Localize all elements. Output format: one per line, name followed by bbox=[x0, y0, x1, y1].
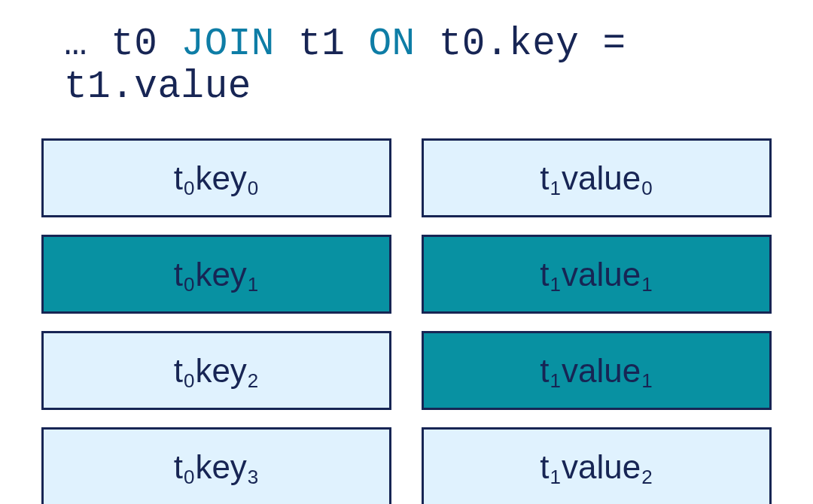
left-cell: t0key3 bbox=[41, 427, 391, 504]
heading-t0: t0 bbox=[111, 23, 157, 65]
cell-prefix-sub: 1 bbox=[550, 369, 562, 393]
cell-prefix: t bbox=[174, 352, 183, 390]
cell-prefix-sub: 1 bbox=[550, 466, 562, 489]
cell-name-sub: 1 bbox=[247, 273, 259, 296]
cell-name-sub: 2 bbox=[641, 466, 653, 489]
cell-name: key bbox=[195, 352, 246, 390]
cell-prefix-sub: 0 bbox=[183, 466, 195, 489]
cell-name: key bbox=[195, 256, 246, 293]
cell-prefix: t bbox=[540, 352, 549, 390]
cell-prefix: t bbox=[174, 159, 183, 197]
cell-prefix: t bbox=[174, 448, 183, 486]
cell-name-sub: 0 bbox=[247, 177, 259, 200]
heading-rhs: t1.value bbox=[64, 65, 251, 108]
heading-t1: t1 bbox=[298, 23, 345, 65]
sql-heading: … t0 JOIN t1 ON t0.key = t1.value bbox=[41, 23, 772, 108]
left-cell: t0key0 bbox=[41, 138, 391, 217]
cell-prefix: t bbox=[540, 448, 549, 486]
cell-prefix-sub: 0 bbox=[183, 369, 195, 393]
cell-prefix: t bbox=[540, 159, 549, 197]
right-cell: t1value1 bbox=[422, 235, 772, 314]
left-cell: t0key1 bbox=[41, 235, 391, 314]
cell-name: key bbox=[195, 448, 246, 486]
cell-name-sub: 2 bbox=[247, 369, 259, 393]
right-cell: t1value2 bbox=[422, 427, 772, 504]
right-cell: t1value1 bbox=[422, 331, 772, 410]
cell-name: value bbox=[562, 448, 641, 486]
heading-on-keyword: ON bbox=[368, 23, 415, 65]
cell-name: value bbox=[562, 256, 641, 293]
heading-eq: = bbox=[602, 23, 626, 65]
cell-name: key bbox=[195, 159, 246, 197]
right-cell: t1value0 bbox=[422, 138, 772, 217]
cell-name: value bbox=[562, 352, 641, 390]
left-cell: t0key2 bbox=[41, 331, 391, 410]
cell-prefix-sub: 1 bbox=[550, 177, 562, 200]
cell-name-sub: 3 bbox=[247, 466, 259, 489]
cell-name-sub: 0 bbox=[641, 177, 653, 200]
cell-prefix: t bbox=[540, 256, 549, 293]
diagram-grid: t0key0t1value0t0key1t1value1t0key2t1valu… bbox=[41, 138, 772, 504]
cell-prefix: t bbox=[174, 256, 183, 293]
cell-name: value bbox=[562, 159, 641, 197]
heading-lhs: t0.key bbox=[439, 23, 580, 65]
cell-prefix-sub: 0 bbox=[183, 273, 195, 296]
heading-join-keyword: JOIN bbox=[181, 23, 275, 65]
cell-prefix-sub: 0 bbox=[183, 177, 195, 200]
cell-prefix-sub: 1 bbox=[550, 273, 562, 296]
heading-ellipsis: … bbox=[64, 23, 87, 65]
cell-name-sub: 1 bbox=[641, 273, 653, 296]
cell-name-sub: 1 bbox=[641, 369, 653, 393]
